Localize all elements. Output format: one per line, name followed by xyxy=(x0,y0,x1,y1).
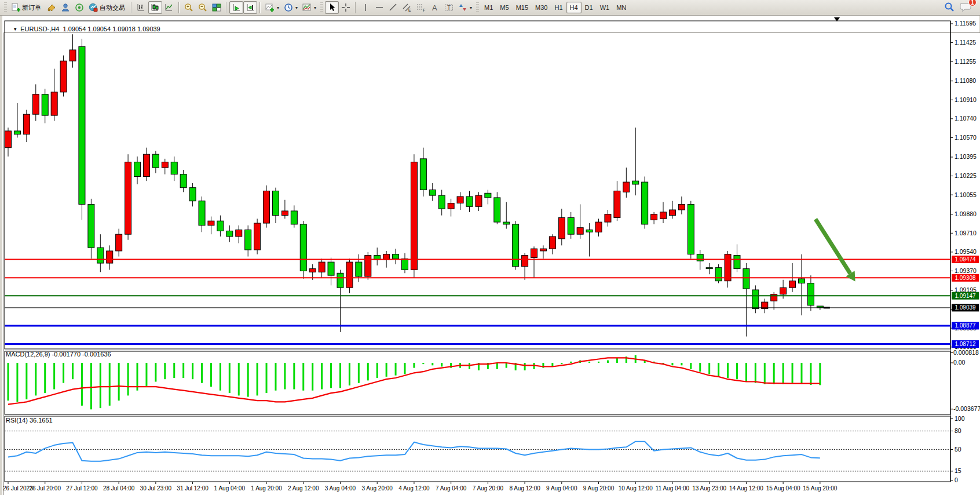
line-chart-icon xyxy=(164,3,174,12)
vertical-line-button[interactable] xyxy=(359,1,372,14)
community-button[interactable] xyxy=(58,1,72,14)
trendline-button[interactable] xyxy=(386,1,400,14)
chart-title: ▼EURUSD-,H4 1.09054 1.09054 1.09018 1.09… xyxy=(6,19,160,39)
chart-candles-button[interactable] xyxy=(148,1,162,14)
toolbar-separator xyxy=(131,2,132,13)
main-toolbar: 新订单 自动交易 xyxy=(0,0,980,16)
notification-badge: 1 xyxy=(968,0,977,6)
equidistant-channel-button[interactable]: E xyxy=(400,1,414,14)
toolbar-separator xyxy=(259,2,261,13)
tile-windows-button[interactable] xyxy=(210,1,224,14)
indicators-button[interactable]: ▾ xyxy=(263,1,281,14)
chart-window-frame xyxy=(3,32,980,495)
crosshair-icon xyxy=(341,3,350,12)
chat-bubble-icon xyxy=(960,6,972,13)
toolbar-separator xyxy=(178,2,180,13)
timeframe-button-h4[interactable]: H4 xyxy=(566,2,582,13)
rsi-indicator-label: RSI(14) 36.1651 xyxy=(6,417,53,424)
indicators-dropdown-arrow[interactable]: ▾ xyxy=(277,5,279,10)
user-icon xyxy=(61,3,70,12)
auto-scroll-button[interactable] xyxy=(229,1,243,14)
timeframe-button-m15[interactable]: M15 xyxy=(513,2,532,13)
zoom-out-icon xyxy=(198,3,207,12)
auto-scroll-icon xyxy=(232,3,241,12)
chart-symbol-period: EURUSD-,H4 xyxy=(20,26,59,32)
clock-icon xyxy=(284,3,293,12)
toolbar-separator xyxy=(355,2,356,13)
chart-area[interactable] xyxy=(0,16,980,495)
svg-text:F: F xyxy=(423,8,425,12)
template-icon xyxy=(302,3,312,12)
toolbar-grip xyxy=(4,2,7,13)
timeframe-button-h1[interactable]: H1 xyxy=(551,2,566,13)
timeframe-button-mn[interactable]: MN xyxy=(613,2,630,13)
templates-button[interactable]: ▾ xyxy=(300,1,319,14)
search-icon[interactable] xyxy=(944,2,955,13)
arrows-icon xyxy=(458,3,467,12)
macd-indicator-label: MACD(12,26,9) -0.001770 -0.001636 xyxy=(6,351,111,358)
periods-button[interactable]: ▾ xyxy=(281,1,300,14)
text-label-icon: T xyxy=(444,3,454,12)
arrows-button[interactable]: ▾ xyxy=(456,1,474,14)
templates-dropdown-arrow[interactable]: ▾ xyxy=(314,5,316,10)
new-order-icon xyxy=(11,3,20,12)
signals-button[interactable] xyxy=(72,1,86,14)
channel-icon: E xyxy=(403,3,412,12)
periods-dropdown-arrow[interactable]: ▾ xyxy=(295,5,298,10)
arrows-dropdown-arrow[interactable]: ▾ xyxy=(470,5,472,10)
chart-line-button[interactable] xyxy=(162,1,176,14)
timeframe-button-m5[interactable]: M5 xyxy=(496,2,512,13)
zoom-in-icon xyxy=(184,3,193,12)
add-indicator-icon xyxy=(265,3,275,12)
cursor-icon xyxy=(327,3,337,12)
new-order-label: 新订单 xyxy=(22,3,42,12)
broadcast-icon xyxy=(75,3,84,12)
collapse-icon[interactable]: ▼ xyxy=(13,27,17,32)
toolbar-separator xyxy=(226,2,227,13)
timeframe-button-w1[interactable]: W1 xyxy=(597,2,613,13)
timeframe-group: M1M5M15M30H1H4D1W1MN xyxy=(481,2,630,13)
svg-text:A: A xyxy=(432,3,437,12)
tile-windows-icon xyxy=(212,3,221,12)
trendline-icon xyxy=(389,3,398,12)
paint-bucket-icon xyxy=(47,3,56,12)
bars-chart-icon xyxy=(137,3,146,12)
svg-text:T: T xyxy=(447,5,451,11)
chart-ohlc-values: 1.09054 1.09054 1.09018 1.09039 xyxy=(63,26,160,32)
candlestick-chart-icon xyxy=(151,3,160,12)
autotrading-label: 自动交易 xyxy=(100,3,126,12)
fibonacci-button[interactable]: F xyxy=(414,1,428,14)
chart-shift-button[interactable] xyxy=(243,1,257,14)
timeframe-button-m1[interactable]: M1 xyxy=(481,2,496,13)
text-icon: A xyxy=(430,3,440,12)
mt4-application: 新订单 自动交易 xyxy=(0,0,980,495)
horizontal-line-icon xyxy=(375,3,384,12)
zoom-out-button[interactable] xyxy=(196,1,210,14)
timeframe-button-m30[interactable]: M30 xyxy=(532,2,551,13)
crosshair-button[interactable] xyxy=(339,1,353,14)
cursor-button[interactable] xyxy=(325,1,339,14)
text-label-button[interactable]: T xyxy=(442,1,456,14)
svg-text:E: E xyxy=(408,8,411,12)
new-order-button[interactable]: 新订单 xyxy=(9,1,45,14)
fibonacci-icon: F xyxy=(416,3,426,12)
vertical-line-icon xyxy=(361,3,370,12)
styler-button[interactable] xyxy=(45,1,58,14)
text-button[interactable]: A xyxy=(428,1,442,14)
zoom-in-button[interactable] xyxy=(182,1,196,14)
toolbar-grip xyxy=(476,2,479,13)
timeframe-button-d1[interactable]: D1 xyxy=(582,2,597,13)
chart-bars-button[interactable] xyxy=(134,1,148,14)
toolbar-grip xyxy=(320,2,323,13)
autotrading-button[interactable]: 自动交易 xyxy=(86,1,129,14)
chart-shift-icon xyxy=(246,3,255,12)
notifications-button[interactable]: 1 xyxy=(960,2,972,13)
autotrading-icon xyxy=(89,3,98,12)
horizontal-line-button[interactable] xyxy=(372,1,386,14)
